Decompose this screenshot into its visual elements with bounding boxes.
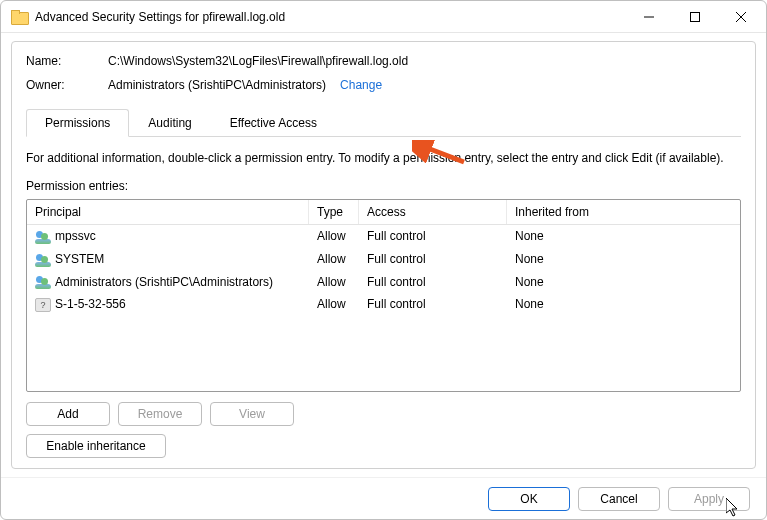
principal-name: SYSTEM <box>55 252 104 266</box>
name-label: Name: <box>26 54 108 68</box>
window-title: Advanced Security Settings for pfirewall… <box>35 10 285 24</box>
folder-icon <box>11 10 27 24</box>
name-value: C:\Windows\System32\LogFiles\Firewall\pf… <box>108 54 408 68</box>
table-row[interactable]: ?S-1-5-32-556AllowFull controlNone <box>27 293 740 316</box>
permission-list[interactable]: Principal Type Access Inherited from mps… <box>26 199 741 392</box>
access-value: Full control <box>359 273 507 292</box>
group-principal-icon <box>35 230 51 244</box>
table-row[interactable]: SYSTEMAllowFull controlNone <box>27 248 740 271</box>
inherited-value: None <box>507 250 740 269</box>
svg-rect-1 <box>691 12 700 21</box>
list-header: Principal Type Access Inherited from <box>27 200 740 225</box>
tab-effective-access[interactable]: Effective Access <box>211 109 336 137</box>
principal-name: S-1-5-32-556 <box>55 297 126 311</box>
footer: OK Cancel Apply <box>1 477 766 519</box>
maximize-button[interactable] <box>672 2 718 32</box>
minimize-button[interactable] <box>626 2 672 32</box>
col-access[interactable]: Access <box>359 200 507 224</box>
col-inherited[interactable]: Inherited from <box>507 200 740 224</box>
principal-name: Administrators (SrishtiPC\Administrators… <box>55 275 273 289</box>
content-area: Name: C:\Windows\System32\LogFiles\Firew… <box>11 41 756 469</box>
inherited-value: None <box>507 273 740 292</box>
titlebar: Advanced Security Settings for pfirewall… <box>1 1 766 33</box>
owner-label: Owner: <box>26 78 108 92</box>
type-value: Allow <box>309 250 359 269</box>
add-button[interactable]: Add <box>26 402 110 426</box>
group-principal-icon <box>35 253 51 267</box>
view-button[interactable]: View <box>210 402 294 426</box>
access-value: Full control <box>359 295 507 314</box>
info-text: For additional information, double-click… <box>26 151 741 165</box>
change-owner-link[interactable]: Change <box>340 78 382 92</box>
enable-inheritance-button[interactable]: Enable inheritance <box>26 434 166 458</box>
tabs: Permissions Auditing Effective Access <box>26 108 741 137</box>
access-value: Full control <box>359 227 507 246</box>
owner-value: Administrators (SrishtiPC\Administrators… <box>108 78 326 92</box>
type-value: Allow <box>309 227 359 246</box>
close-button[interactable] <box>718 2 764 32</box>
type-value: Allow <box>309 295 359 314</box>
type-value: Allow <box>309 273 359 292</box>
access-value: Full control <box>359 250 507 269</box>
tab-auditing[interactable]: Auditing <box>129 109 210 137</box>
col-type[interactable]: Type <box>309 200 359 224</box>
table-row[interactable]: Administrators (SrishtiPC\Administrators… <box>27 271 740 294</box>
unknown-principal-icon: ? <box>35 298 51 312</box>
inherited-value: None <box>507 295 740 314</box>
remove-button[interactable]: Remove <box>118 402 202 426</box>
table-row[interactable]: mpssvcAllowFull controlNone <box>27 225 740 248</box>
apply-button[interactable]: Apply <box>668 487 750 511</box>
cancel-button[interactable]: Cancel <box>578 487 660 511</box>
principal-name: mpssvc <box>55 229 96 243</box>
col-principal[interactable]: Principal <box>27 200 309 224</box>
group-principal-icon <box>35 275 51 289</box>
ok-button[interactable]: OK <box>488 487 570 511</box>
permission-entries-label: Permission entries: <box>26 179 741 193</box>
window: Advanced Security Settings for pfirewall… <box>0 0 767 520</box>
tab-permissions[interactable]: Permissions <box>26 109 129 137</box>
inherited-value: None <box>507 227 740 246</box>
